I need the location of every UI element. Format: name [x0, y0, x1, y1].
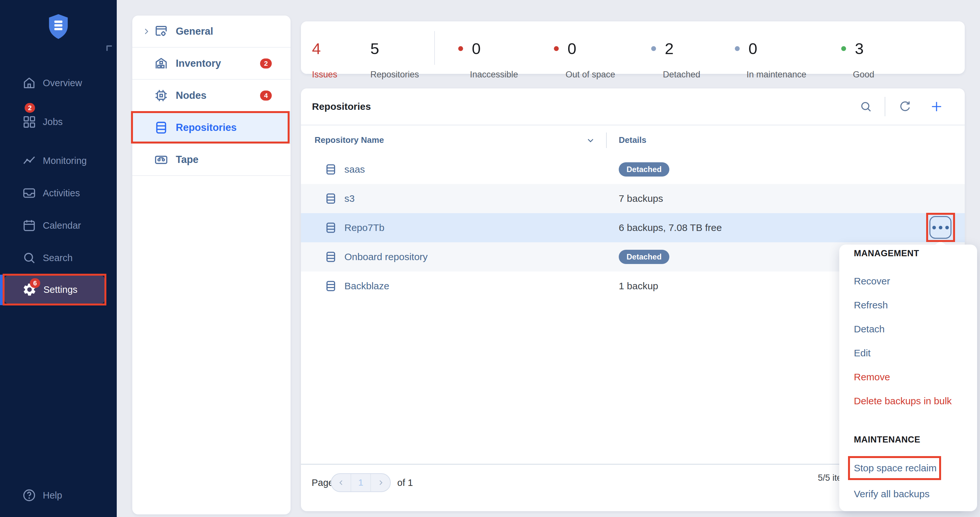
grid-icon — [22, 115, 36, 129]
table-row-repo7tb[interactable]: Repo7Tb 6 backups, 7.08 TB free — [301, 213, 965, 242]
inventory-icon — [154, 56, 169, 71]
stats-divider — [434, 31, 435, 65]
table-header: Repository Name Details — [301, 125, 965, 155]
repository-name[interactable]: Onboard repository — [344, 251, 428, 262]
app-logo-shield-icon — [48, 14, 69, 40]
main-sidebar: Overview 2 Jobs Monitoring Activities — [0, 0, 117, 517]
settings-nav: General Inventory 2 Nodes 4 — [132, 16, 291, 514]
calendar-icon — [22, 218, 36, 233]
nav-item-nodes[interactable]: Nodes 4 — [132, 80, 291, 112]
sidebar-item-monitoring[interactable]: Monitoring — [0, 148, 117, 174]
menu-item-edit[interactable]: Edit — [854, 341, 967, 365]
menu-item-detach[interactable]: Detach — [854, 317, 967, 341]
column-header-details: Details — [619, 135, 646, 145]
stat-value: 0 — [748, 40, 757, 58]
panel-header: Repositories — [301, 89, 965, 125]
collapse-sidebar-icon[interactable] — [107, 45, 112, 51]
nodes-icon — [154, 88, 169, 103]
status-badge-detached: Detached — [619, 250, 669, 264]
home-icon — [22, 76, 36, 90]
chevron-right-icon — [142, 27, 151, 36]
chevron-down-icon[interactable] — [585, 135, 595, 145]
table-row-s3[interactable]: s3 7 backups — [301, 184, 965, 213]
status-dot-slate — [651, 46, 656, 51]
sidebar-item-overview[interactable]: Overview — [0, 70, 117, 96]
stat-value: 0 — [472, 40, 480, 58]
monitoring-icon — [22, 154, 36, 168]
nav-item-repositories[interactable]: Repositories — [132, 112, 291, 144]
sidebar-item-settings[interactable]: 6 Settings — [5, 276, 104, 303]
status-dot-green — [841, 46, 846, 51]
menu-section-header-management: MANAGEMENT — [854, 249, 920, 258]
nodes-badge: 4 — [260, 90, 272, 100]
repository-icon — [324, 251, 337, 263]
status-badge-detached: Detached — [619, 162, 669, 176]
stat-label: Repositories — [370, 70, 419, 80]
current-page-field[interactable]: 1 — [350, 474, 370, 492]
menu-item-verify-all-backups[interactable]: Verify all backups — [854, 482, 967, 506]
nav-item-inventory[interactable]: Inventory 2 — [132, 48, 291, 80]
repository-name[interactable]: saas — [344, 164, 365, 175]
column-header-repository-name[interactable]: Repository Name — [315, 135, 384, 145]
sidebar-item-calendar[interactable]: Calendar — [0, 213, 117, 238]
next-page-button[interactable] — [370, 474, 390, 492]
stat-label: Inaccessible — [470, 70, 518, 80]
status-dot-red — [458, 46, 463, 51]
nav-item-label: Repositories — [176, 122, 237, 133]
settings-active-indicator — [0, 275, 3, 305]
add-repository-icon[interactable] — [930, 100, 943, 113]
menu-item-recover[interactable]: Recover — [854, 269, 967, 293]
row-actions-ellipsis-button[interactable] — [929, 216, 951, 239]
current-page-number: 1 — [358, 477, 364, 488]
repository-icon — [324, 279, 337, 292]
previous-page-button[interactable] — [331, 474, 350, 492]
chevron-left-icon — [337, 479, 345, 486]
sidebar-item-jobs[interactable]: 2 Jobs — [0, 109, 117, 135]
sidebar-item-label: Monitoring — [43, 155, 87, 166]
menu-item-refresh[interactable]: Refresh — [854, 293, 967, 317]
status-dot-red — [554, 46, 559, 51]
status-dot-slate — [735, 46, 740, 51]
status-summary-bar: 4 Issues 5 Repositories 0 Inaccessible 0… — [301, 21, 965, 74]
repository-details: 7 backups — [619, 193, 663, 204]
menu-item-stop-space-reclaim[interactable]: Stop space reclaim — [854, 456, 967, 480]
nav-item-general[interactable]: General — [132, 16, 291, 48]
table-row-saas[interactable]: saas Detached — [301, 155, 965, 184]
help-icon — [22, 488, 36, 503]
stat-value: 0 — [568, 40, 576, 58]
menu-item-remove[interactable]: Remove — [854, 365, 967, 389]
repository-name[interactable]: Backblaze — [344, 281, 389, 292]
chevron-right-icon — [377, 479, 384, 486]
nav-item-label: Tape — [176, 154, 199, 165]
repository-name[interactable]: s3 — [344, 193, 355, 204]
search-icon[interactable] — [859, 100, 872, 113]
sidebar-item-label: Calendar — [43, 220, 81, 231]
stat-label: Issues — [312, 70, 337, 80]
tape-icon — [154, 152, 169, 167]
sidebar-item-label: Settings — [43, 284, 78, 295]
sidebar-item-search[interactable]: Search — [0, 245, 117, 271]
stat-value: 2 — [665, 40, 673, 58]
panel-title: Repositories — [312, 101, 371, 112]
repository-icon — [324, 221, 337, 234]
sidebar-item-label: Search — [43, 253, 73, 263]
stat-label: Good — [853, 70, 874, 80]
sidebar-item-label: Help — [43, 490, 62, 501]
general-icon — [154, 24, 169, 39]
sidebar-item-label: Jobs — [43, 117, 63, 127]
stat-value: 4 — [312, 40, 321, 58]
menu-notch — [935, 241, 946, 245]
nav-item-tape[interactable]: Tape — [132, 144, 291, 176]
menu-item-delete-backups-in-bulk[interactable]: Delete backups in bulk — [854, 389, 967, 413]
stat-label: Out of space — [566, 70, 615, 80]
sidebar-item-help[interactable]: Help — [0, 482, 117, 508]
repository-details: 6 backups, 7.08 TB free — [619, 222, 722, 233]
sidebar-item-label: Activities — [43, 188, 80, 198]
repository-name[interactable]: Repo7Tb — [344, 222, 384, 233]
nav-item-label: General — [176, 25, 213, 37]
refresh-icon[interactable] — [899, 100, 912, 113]
sidebar-item-activities[interactable]: Activities — [0, 180, 117, 206]
column-divider — [606, 133, 607, 148]
pagination-page-label: Page — [312, 477, 334, 488]
pagination-total-pages: of 1 — [397, 477, 413, 488]
